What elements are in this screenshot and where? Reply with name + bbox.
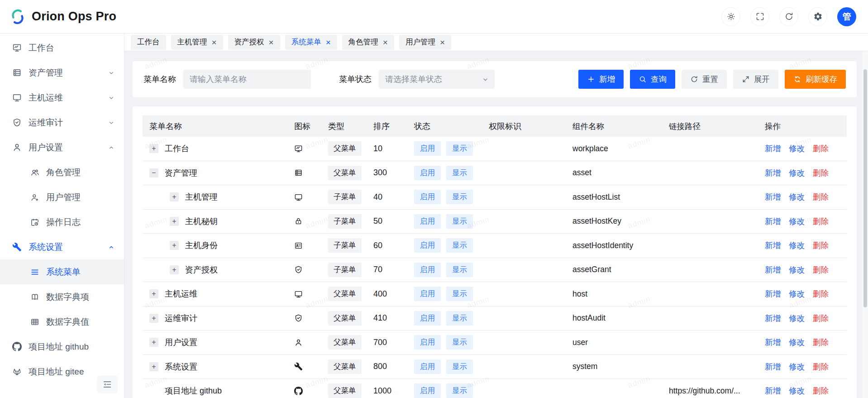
settings-button[interactable] <box>808 7 827 26</box>
button-label: 重置 <box>702 74 718 85</box>
tab-close-icon[interactable]: × <box>440 38 445 47</box>
op-add-link[interactable]: 新增 <box>765 240 781 251</box>
shield-icon <box>12 118 22 127</box>
sidebar-item-github[interactable]: 项目地址 github <box>0 334 124 359</box>
chevron-down-icon <box>108 94 115 101</box>
expand-icon[interactable]: + <box>149 289 158 298</box>
sidebar-item-shield[interactable]: 运维审计 <box>0 110 124 135</box>
op-add-link[interactable]: 新增 <box>765 361 781 372</box>
expand-icon[interactable]: + <box>149 362 158 371</box>
op-edit-link[interactable]: 修改 <box>789 288 805 299</box>
cell-menu-name: +工作台 <box>143 143 294 154</box>
tab-用户管理[interactable]: 用户管理× <box>399 35 451 50</box>
sidebar-item-grid[interactable]: 数据字典值 <box>0 309 124 334</box>
op-edit-link[interactable]: 修改 <box>789 168 805 178</box>
tab-close-icon[interactable]: × <box>383 38 388 47</box>
op-delete-link[interactable]: 删除 <box>813 288 829 299</box>
sidebar-item-label: 项目地址 github <box>29 341 89 353</box>
sidebar-item-user-add[interactable]: 用户管理 <box>0 185 124 210</box>
tab-角色管理[interactable]: 角色管理× <box>342 35 394 50</box>
op-add-link[interactable]: 新增 <box>765 264 781 275</box>
sidebar-item-host[interactable]: 主机运维 <box>0 85 124 110</box>
op-add-link[interactable]: 新增 <box>765 385 781 396</box>
expand-icon[interactable]: + <box>149 314 158 323</box>
op-edit-link[interactable]: 修改 <box>789 264 805 275</box>
scrollbar-thumb[interactable] <box>863 69 867 307</box>
op-delete-link[interactable]: 删除 <box>813 361 829 372</box>
table-row: +资产授权子菜单70启用显示assetGrant新增修改删除 <box>143 258 847 283</box>
sync-button[interactable]: 刷新缓存 <box>785 70 846 89</box>
column-header-label: 菜单名称 <box>149 121 182 132</box>
op-add-link[interactable]: 新增 <box>765 337 781 348</box>
tab-close-icon[interactable]: × <box>269 38 274 47</box>
expand-icon[interactable]: + <box>149 144 158 153</box>
refresh-button[interactable] <box>779 7 798 26</box>
expand-icon[interactable]: + <box>170 217 179 226</box>
expand-button[interactable]: 展开 <box>733 70 778 89</box>
search-button[interactable]: 查询 <box>630 70 675 89</box>
sidebar-item-book[interactable]: 数据字典项 <box>0 284 124 309</box>
fullscreen-button[interactable] <box>750 7 769 26</box>
collapse-icon[interactable]: − <box>149 168 158 177</box>
tab-bar: 工作台主机管理×资产授权×系统菜单×角色管理×用户管理× <box>124 34 868 51</box>
cell-menu-order: 70 <box>373 265 414 274</box>
op-edit-link[interactable]: 修改 <box>789 313 805 324</box>
op-delete-link[interactable]: 删除 <box>813 264 829 275</box>
sidebar-item-user-group[interactable]: 角色管理 <box>0 160 124 185</box>
sidebar-item-menu[interactable]: 系统菜单 <box>0 259 124 284</box>
plus-button[interactable]: 新增 <box>578 70 624 89</box>
cell-menu-status: 启用显示 <box>414 238 489 253</box>
op-add-link[interactable]: 新增 <box>765 192 781 202</box>
op-delete-link[interactable]: 删除 <box>813 168 829 178</box>
menu-name-input[interactable] <box>183 70 311 89</box>
op-add-link[interactable]: 新增 <box>765 168 781 178</box>
cell-component-name: system <box>572 362 669 371</box>
op-add-link[interactable]: 新增 <box>765 313 781 324</box>
op-delete-link[interactable]: 删除 <box>813 240 829 251</box>
tab-系统菜单[interactable]: 系统菜单× <box>285 35 337 50</box>
sidebar-item-user[interactable]: 用户设置 <box>0 135 124 160</box>
expand-icon[interactable]: + <box>170 192 179 201</box>
menu-status-select[interactable]: 请选择菜单状态 <box>379 70 495 89</box>
op-add-link[interactable]: 新增 <box>765 216 781 227</box>
op-delete-link[interactable]: 删除 <box>813 143 829 154</box>
sidebar-item-label: 用户设置 <box>29 142 63 153</box>
op-add-link[interactable]: 新增 <box>765 288 781 299</box>
tab-close-icon[interactable]: × <box>212 38 217 47</box>
chevron-up-icon <box>108 244 115 251</box>
op-edit-link[interactable]: 修改 <box>789 337 805 348</box>
expand-icon[interactable]: + <box>149 338 158 347</box>
cell-menu-order: 300 <box>373 168 414 177</box>
op-edit-link[interactable]: 修改 <box>789 361 805 372</box>
cell-menu-type: 父菜单 <box>328 335 373 350</box>
op-delete-link[interactable]: 删除 <box>813 313 829 324</box>
op-edit-link[interactable]: 修改 <box>789 216 805 227</box>
op-delete-link[interactable]: 删除 <box>813 337 829 348</box>
expand-icon[interactable]: + <box>170 265 179 274</box>
expand-icon[interactable]: + <box>170 241 179 250</box>
op-edit-link[interactable]: 修改 <box>789 240 805 251</box>
sidebar-item-label: 用户管理 <box>46 192 81 203</box>
sidebar-item-workbench[interactable]: 工作台 <box>0 35 124 60</box>
reset-button[interactable]: 重置 <box>682 70 727 89</box>
tab-资产授权[interactable]: 资产授权× <box>228 35 280 50</box>
tab-close-icon[interactable]: × <box>326 38 331 47</box>
op-add-link[interactable]: 新增 <box>765 143 781 154</box>
sidebar-item-wrench[interactable]: 系统设置 <box>0 235 124 259</box>
op-delete-link[interactable]: 删除 <box>813 216 829 227</box>
menu-order-value: 300 <box>373 168 387 177</box>
op-delete-link[interactable]: 删除 <box>813 385 829 396</box>
sidebar-collapse-button[interactable] <box>97 375 118 393</box>
op-edit-link[interactable]: 修改 <box>789 143 805 154</box>
op-edit-link[interactable]: 修改 <box>789 385 805 396</box>
tab-主机管理[interactable]: 主机管理× <box>171 35 223 50</box>
status-enabled-tag: 启用 <box>414 384 441 398</box>
sidebar-item-log[interactable]: 操作日志 <box>0 210 124 235</box>
tab-工作台[interactable]: 工作台 <box>131 35 166 50</box>
theme-button[interactable] <box>721 7 740 26</box>
op-delete-link[interactable]: 删除 <box>813 192 829 202</box>
user-avatar[interactable]: 管 <box>837 7 856 26</box>
cell-menu-name: +主机身份 <box>143 240 294 251</box>
op-edit-link[interactable]: 修改 <box>789 192 805 202</box>
sidebar-item-asset[interactable]: 资产管理 <box>0 60 124 85</box>
